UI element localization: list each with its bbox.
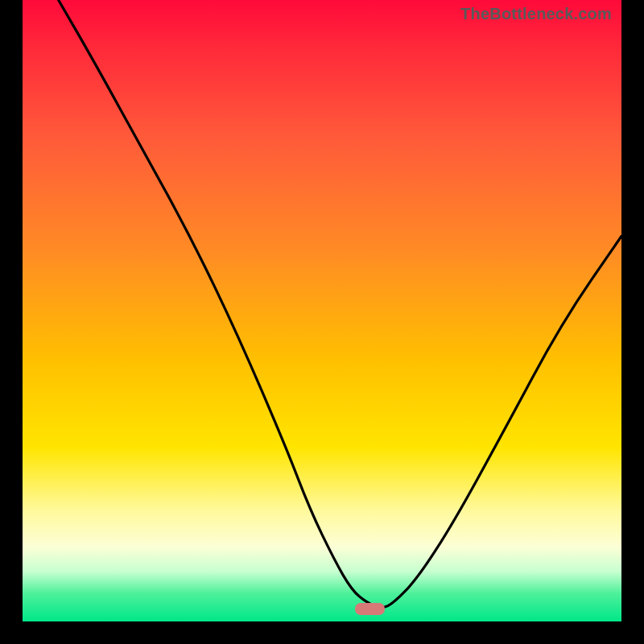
curve-path: [59, 0, 621, 608]
plot-area: TheBottleneck.com: [23, 0, 621, 621]
chart-frame: TheBottleneck.com: [0, 0, 644, 644]
optimal-marker: [355, 603, 385, 615]
bottleneck-curve: [23, 0, 621, 621]
